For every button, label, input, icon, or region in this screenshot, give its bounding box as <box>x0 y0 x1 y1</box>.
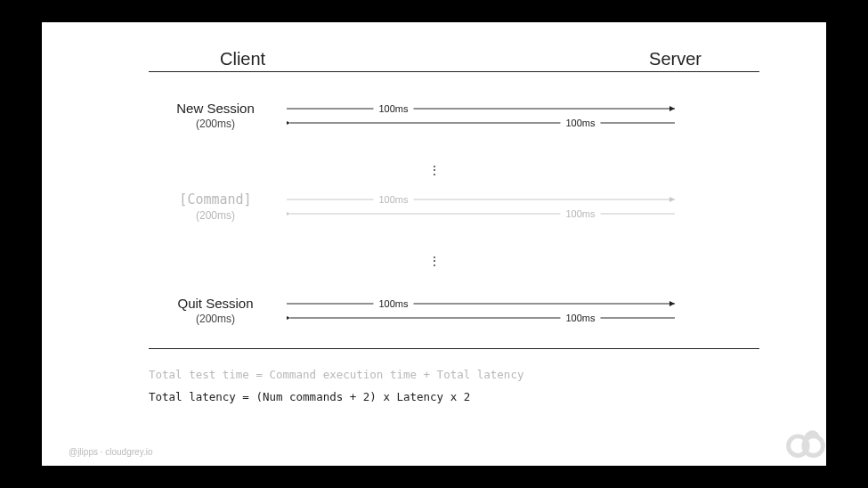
label-new-session: New Session <box>149 101 282 116</box>
arrows-quit-session: 100ms 100ms <box>287 297 759 324</box>
label-command: [Command] <box>149 191 282 207</box>
arrows-svg-new-session <box>287 102 678 129</box>
header-rule <box>149 71 759 72</box>
arrows-command: 100ms 100ms <box>287 193 759 220</box>
formula-total-latency: Total latency = (Num commands + 2) x Lat… <box>149 390 773 403</box>
sublabel-command: (200ms) <box>149 209 282 222</box>
client-header: Client <box>220 49 265 69</box>
sublabel-new-session: (200ms) <box>149 118 282 130</box>
header-row: Client Server <box>149 49 719 69</box>
row-label-command: [Command] (200ms) <box>149 191 282 222</box>
res-latency-quit-session: 100ms <box>560 313 600 323</box>
sublabel-quit-session: (200ms) <box>149 313 282 325</box>
arrows-svg-command <box>287 193 678 220</box>
arrows-new-session: 100ms 100ms <box>287 102 759 129</box>
formula-total-test-time: Total test time = Command execution time… <box>149 368 773 381</box>
res-latency-command: 100ms <box>560 208 600 219</box>
footer-rule <box>149 348 759 349</box>
row-label-new-session: New Session (200ms) <box>149 101 282 130</box>
arrows-svg-quit-session <box>287 297 678 324</box>
vdots-2: ⋮ <box>428 254 441 268</box>
server-header: Server <box>649 49 702 69</box>
req-latency-new-session: 100ms <box>373 103 413 114</box>
req-latency-command: 100ms <box>373 194 413 205</box>
slide: Client Server New Session (200ms) <box>42 22 826 466</box>
formulas-block: Total test time = Command execution time… <box>149 362 773 403</box>
logo-icon <box>782 419 830 468</box>
vdots-1: ⋮ <box>428 163 441 177</box>
credit-text: @jlipps · cloudgrey.io <box>69 447 152 457</box>
row-label-quit-session: Quit Session (200ms) <box>149 296 282 325</box>
res-latency-new-session: 100ms <box>560 118 600 128</box>
label-quit-session: Quit Session <box>149 296 282 311</box>
req-latency-quit-session: 100ms <box>373 298 413 309</box>
